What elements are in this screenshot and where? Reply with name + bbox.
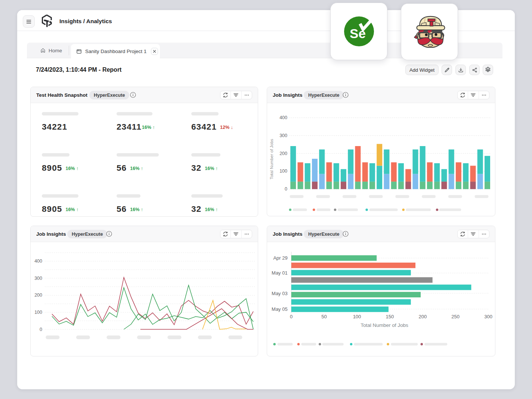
svg-text:0: 0 [290, 314, 293, 319]
svg-text:May 05: May 05 [272, 306, 288, 312]
svg-text:0: 0 [285, 186, 287, 192]
svg-text:200: 200 [279, 151, 287, 156]
svg-text:0: 0 [40, 327, 42, 332]
svg-text:Total Number of Jobs: Total Number of Jobs [269, 139, 274, 179]
svg-text:100: 100 [34, 310, 42, 315]
svg-text:300: 300 [279, 133, 287, 138]
svg-text:300: 300 [34, 276, 42, 281]
svg-text:300: 300 [484, 314, 492, 319]
svg-text:150: 150 [386, 314, 394, 319]
svg-text:400: 400 [279, 115, 287, 120]
svg-text:200: 200 [418, 314, 427, 319]
svg-text:200: 200 [34, 293, 42, 298]
svg-text:100: 100 [279, 168, 287, 174]
svg-text:Se: Se [350, 26, 366, 41]
svg-text:May 01: May 01 [272, 270, 288, 276]
svg-text:400: 400 [34, 259, 42, 264]
svg-text:50: 50 [321, 314, 327, 319]
svg-text:100: 100 [353, 314, 361, 319]
svg-text:250: 250 [451, 314, 460, 319]
svg-text:Total Number of Jobs: Total Number of Jobs [361, 322, 408, 328]
svg-text:Apr 29: Apr 29 [273, 255, 287, 261]
svg-text:May 03: May 03 [272, 291, 288, 296]
